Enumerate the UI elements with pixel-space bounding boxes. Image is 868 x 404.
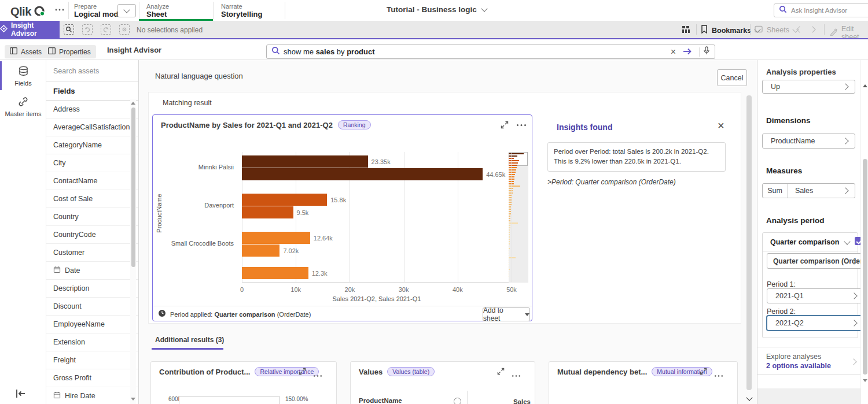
app-grid-icon[interactable] [682, 25, 691, 36]
qlik-logo[interactable]: Qlik [10, 3, 46, 20]
search-assets-input[interactable]: Search assets [46, 60, 138, 82]
nav-narrate[interactable]: Narrate Storytelling [221, 3, 263, 18]
right-scrollbar-thumb[interactable] [863, 159, 867, 375]
fields-scrollbar-thumb[interactable] [131, 108, 135, 267]
fields-scrollbar[interactable] [130, 99, 136, 404]
fields-section-header[interactable]: Fields [46, 82, 138, 101]
ask-insight-advisor-input[interactable]: Ask Insight Advisor [774, 3, 868, 17]
rail-item-master-items[interactable]: Master items [0, 91, 46, 120]
prepare-dropdown-button[interactable] [117, 4, 136, 17]
bar[interactable] [242, 206, 293, 218]
divider [213, 2, 214, 19]
active-indicator [0, 61, 2, 90]
nlq-search-input[interactable]: show me sales by product × [266, 45, 715, 59]
explore-analyses-link[interactable]: Explore analyses 2 options available [766, 353, 831, 370]
x-axis-title: Sales 2021-Q2, Sales 2021-Q1 [242, 295, 512, 302]
chart-menu-icon[interactable] [516, 124, 527, 127]
app-title-menu[interactable]: Tutorial - Business logic [387, 5, 487, 14]
nav-analyze[interactable]: Analyze Sheet [146, 3, 169, 18]
expand-icon[interactable] [299, 367, 306, 377]
field-item[interactable]: CountryCode [46, 226, 138, 244]
card-menu-icon[interactable] [714, 369, 723, 380]
submit-query-icon[interactable] [679, 47, 696, 57]
field-item[interactable]: Cost of Sale [46, 190, 138, 208]
scroll-up-icon[interactable] [863, 84, 867, 87]
card-menu-icon[interactable] [512, 369, 521, 380]
field-item[interactable]: City [46, 154, 138, 172]
additional-results-tab[interactable]: Additional results (3) [155, 336, 224, 344]
field-item[interactable]: Address [46, 101, 138, 118]
add-to-sheet-button[interactable]: Add to sheet [483, 307, 530, 321]
assets-toggle-button[interactable]: Assets [5, 45, 47, 58]
card-menu-icon[interactable] [313, 369, 322, 380]
chart-card[interactable]: ProductName by Sales for 2021-Q1 and 202… [152, 114, 532, 321]
field-item[interactable]: Customer [46, 244, 138, 262]
next-sheet-icon[interactable] [809, 26, 815, 32]
field-item[interactable]: Gross Profit [46, 369, 138, 387]
clear-query-icon[interactable]: × [671, 48, 676, 56]
dimension-select[interactable]: ProductName [762, 134, 855, 149]
rail-item-fields[interactable]: Fields [0, 61, 46, 90]
field-label: CountryCode [53, 231, 96, 239]
bar[interactable] [242, 244, 279, 257]
field-item[interactable]: Extension [46, 333, 138, 351]
insight-advisor-button[interactable]: Insight Advisor [0, 21, 60, 38]
x-tick-label: 40k [446, 286, 469, 293]
bar[interactable] [242, 232, 310, 244]
expand-icon[interactable] [497, 367, 505, 377]
field-item[interactable]: Date [46, 262, 138, 280]
table-col-productname: ProductName [359, 397, 402, 404]
properties-toggle-button[interactable]: Properties [43, 45, 96, 58]
microphone-icon[interactable] [703, 46, 710, 58]
card-header: Mutual dependency bet... Mutual informat… [557, 367, 712, 376]
undo-icon[interactable] [82, 24, 93, 35]
scroll-down-icon[interactable] [131, 398, 135, 401]
period-type-dropdown[interactable]: Quarter comparison [763, 233, 858, 251]
redo-icon[interactable] [101, 24, 111, 35]
clear-selections-icon[interactable] [119, 24, 130, 35]
bar-value-label: 9.5k [297, 209, 309, 216]
bar[interactable] [242, 168, 483, 180]
field-item[interactable]: Description [46, 280, 138, 298]
field-item[interactable]: EmployeeName [46, 316, 138, 333]
bookmarks-label: Bookmarks [712, 27, 751, 35]
measure-aggregation[interactable]: Sum [763, 184, 788, 198]
chart-type-badge: Ranking [338, 120, 371, 129]
card-header: Values Values (table) [359, 367, 435, 376]
sheets-button[interactable]: Sheets [755, 25, 798, 35]
selections-tool-icon[interactable] [64, 24, 74, 35]
field-item[interactable]: Freight [46, 351, 138, 369]
right-scrollbar[interactable] [860, 60, 868, 404]
main-scrollbar-thumb[interactable] [746, 95, 752, 390]
scroll-up-icon[interactable] [131, 102, 135, 105]
period1-select[interactable]: 2021-Q1 [767, 288, 862, 303]
preview-right-tick: 150.00% [285, 396, 308, 402]
expand-icon[interactable] [501, 121, 509, 131]
field-item[interactable]: CategoryName [46, 136, 138, 154]
matching-result-label: Matching result [163, 99, 212, 107]
measure-select[interactable]: Sum Sales [762, 183, 855, 198]
field-item[interactable]: Country [46, 208, 138, 226]
sort-order-select[interactable]: Up [762, 80, 855, 94]
period-field-select[interactable]: Quarter comparison (OrderD... [767, 253, 862, 269]
collapse-panel-icon[interactable] [15, 388, 27, 401]
bar[interactable] [242, 155, 368, 168]
result-card-contribution[interactable]: Contribution of Product... Relative impo… [150, 361, 337, 404]
scroll-down-icon[interactable] [863, 379, 867, 382]
main-scrollbar[interactable] [745, 92, 753, 404]
result-card-values[interactable]: Values Values (table) ProductName Sales [350, 361, 535, 404]
expand-icon[interactable] [700, 367, 707, 377]
field-item[interactable]: AverageCallSatisfaction [46, 118, 138, 136]
field-item[interactable]: ContactName [46, 172, 138, 190]
more-menu-icon[interactable] [54, 6, 65, 16]
bookmarks-button[interactable]: Bookmarks [701, 25, 760, 36]
field-item[interactable]: Discount [46, 298, 138, 316]
cancel-button[interactable]: Cancel [717, 69, 747, 86]
bar[interactable] [242, 194, 327, 206]
period2-select[interactable]: 2021-Q2 [767, 316, 862, 331]
result-card-mutual-dependency[interactable]: Mutual dependency bet... Mutual informat… [549, 361, 738, 404]
close-insights-icon[interactable]: × [718, 120, 724, 131]
field-item[interactable]: Hire Date [46, 387, 138, 404]
bar[interactable] [242, 267, 308, 279]
column-search-icon[interactable] [454, 398, 461, 404]
